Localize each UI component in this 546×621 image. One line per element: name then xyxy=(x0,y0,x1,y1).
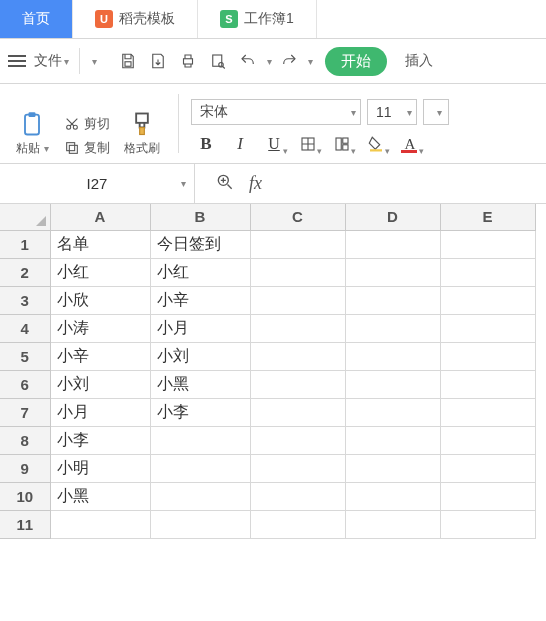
row-header[interactable]: 3 xyxy=(0,286,50,314)
paste-button[interactable]: 粘贴▾ xyxy=(8,110,56,157)
undo-icon[interactable] xyxy=(235,48,261,74)
row-header[interactable]: 4 xyxy=(0,314,50,342)
cell-B10[interactable] xyxy=(150,482,250,510)
font-size-select[interactable]: 11▾ xyxy=(367,99,417,125)
tab-template[interactable]: U 稻壳模板 xyxy=(73,0,198,38)
cell-C4[interactable] xyxy=(250,314,345,342)
cell-E4[interactable] xyxy=(440,314,535,342)
select-all-triangle[interactable] xyxy=(0,204,50,230)
col-header-B[interactable]: B xyxy=(150,204,250,230)
menu-icon[interactable] xyxy=(8,55,26,67)
cell-B7[interactable]: 小李 xyxy=(150,398,250,426)
cell-E5[interactable] xyxy=(440,342,535,370)
row-header[interactable]: 6 xyxy=(0,370,50,398)
cell-C9[interactable] xyxy=(250,454,345,482)
fx-button[interactable]: fx xyxy=(249,173,262,194)
row-header[interactable]: 9 xyxy=(0,454,50,482)
chevron-down-icon[interactable]: ▾ xyxy=(92,56,97,67)
cell-C5[interactable] xyxy=(250,342,345,370)
cell-E6[interactable] xyxy=(440,370,535,398)
cell-A8[interactable]: 小李 xyxy=(50,426,150,454)
cell-B5[interactable]: 小刘 xyxy=(150,342,250,370)
borders-button[interactable]: ▾ xyxy=(293,131,323,157)
cell-A2[interactable]: 小红 xyxy=(50,258,150,286)
row-header[interactable]: 11 xyxy=(0,510,50,538)
cell-D11[interactable] xyxy=(345,510,440,538)
cell-D10[interactable] xyxy=(345,482,440,510)
cell-E11[interactable] xyxy=(440,510,535,538)
cell-B9[interactable] xyxy=(150,454,250,482)
col-header-C[interactable]: C xyxy=(250,204,345,230)
ribbon-tab-insert[interactable]: 插入 xyxy=(405,52,433,70)
cell-A6[interactable]: 小刘 xyxy=(50,370,150,398)
cell-B3[interactable]: 小辛 xyxy=(150,286,250,314)
tab-home[interactable]: 首页 xyxy=(0,0,73,38)
cell-C8[interactable] xyxy=(250,426,345,454)
cell-A3[interactable]: 小欣 xyxy=(50,286,150,314)
cell-A1[interactable]: 名单 xyxy=(50,230,150,258)
col-header-A[interactable]: A xyxy=(50,204,150,230)
cell-C11[interactable] xyxy=(250,510,345,538)
layout-button[interactable]: ▾ xyxy=(327,131,357,157)
cell-C7[interactable] xyxy=(250,398,345,426)
cell-B8[interactable] xyxy=(150,426,250,454)
row-header[interactable]: 2 xyxy=(0,258,50,286)
cell-D4[interactable] xyxy=(345,314,440,342)
find-icon[interactable] xyxy=(215,172,235,195)
cell-D6[interactable] xyxy=(345,370,440,398)
cell-B11[interactable] xyxy=(150,510,250,538)
copy-button[interactable]: 复制 xyxy=(64,139,110,157)
cell-B6[interactable]: 小黑 xyxy=(150,370,250,398)
tab-workbook[interactable]: S 工作簿1 xyxy=(198,0,317,38)
font-name-select[interactable]: 宋体▾ xyxy=(191,99,361,125)
cell-E7[interactable] xyxy=(440,398,535,426)
cell-A5[interactable]: 小辛 xyxy=(50,342,150,370)
cell-B1[interactable]: 今日签到 xyxy=(150,230,250,258)
save-as-icon[interactable] xyxy=(145,48,171,74)
fill-color-button[interactable]: ▾ xyxy=(361,131,391,157)
cell-C6[interactable] xyxy=(250,370,345,398)
italic-button[interactable]: I xyxy=(225,131,255,157)
cell-E9[interactable] xyxy=(440,454,535,482)
cell-B4[interactable]: 小月 xyxy=(150,314,250,342)
print-preview-icon[interactable] xyxy=(205,48,231,74)
chevron-down-icon[interactable]: ▾ xyxy=(308,56,313,67)
chevron-down-icon[interactable]: ▾ xyxy=(267,56,272,67)
redo-icon[interactable] xyxy=(276,48,302,74)
row-header[interactable]: 8 xyxy=(0,426,50,454)
cell-D3[interactable] xyxy=(345,286,440,314)
font-ext-button[interactable]: ▾ xyxy=(423,99,449,125)
font-color-button[interactable]: A▾ xyxy=(395,131,425,157)
cell-A10[interactable]: 小黑 xyxy=(50,482,150,510)
cell-D1[interactable] xyxy=(345,230,440,258)
cell-B2[interactable]: 小红 xyxy=(150,258,250,286)
cell-A9[interactable]: 小明 xyxy=(50,454,150,482)
cell-C2[interactable] xyxy=(250,258,345,286)
cell-D2[interactable] xyxy=(345,258,440,286)
cell-D8[interactable] xyxy=(345,426,440,454)
cell-D5[interactable] xyxy=(345,342,440,370)
cell-E2[interactable] xyxy=(440,258,535,286)
cell-A4[interactable]: 小涛 xyxy=(50,314,150,342)
cell-E3[interactable] xyxy=(440,286,535,314)
file-menu[interactable]: 文件▾ xyxy=(34,52,69,70)
ribbon-tab-start[interactable]: 开始 xyxy=(325,47,387,76)
cell-A7[interactable]: 小月 xyxy=(50,398,150,426)
cell-C1[interactable] xyxy=(250,230,345,258)
row-header[interactable]: 5 xyxy=(0,342,50,370)
row-header[interactable]: 10 xyxy=(0,482,50,510)
print-icon[interactable] xyxy=(175,48,201,74)
cell-C10[interactable] xyxy=(250,482,345,510)
col-header-E[interactable]: E xyxy=(440,204,535,230)
format-painter-button[interactable]: 格式刷 xyxy=(118,110,166,157)
cell-E8[interactable] xyxy=(440,426,535,454)
row-header[interactable]: 1 xyxy=(0,230,50,258)
cell-C3[interactable] xyxy=(250,286,345,314)
col-header-D[interactable]: D xyxy=(345,204,440,230)
cell-E1[interactable] xyxy=(440,230,535,258)
row-header[interactable]: 7 xyxy=(0,398,50,426)
cell-E10[interactable] xyxy=(440,482,535,510)
bold-button[interactable]: B xyxy=(191,131,221,157)
cell-D9[interactable] xyxy=(345,454,440,482)
cut-button[interactable]: 剪切 xyxy=(64,115,110,133)
